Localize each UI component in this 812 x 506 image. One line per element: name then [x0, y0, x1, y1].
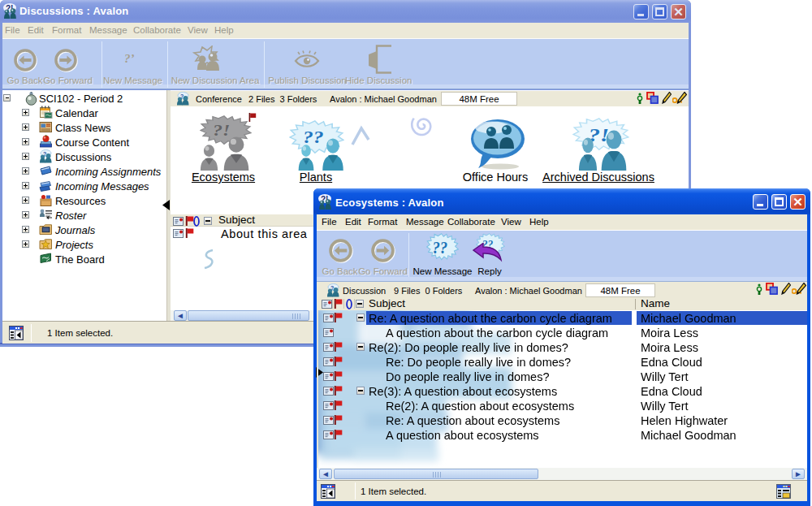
svg-text:?’: ?’ [124, 52, 135, 65]
svg-text:??: ?? [433, 238, 448, 257]
